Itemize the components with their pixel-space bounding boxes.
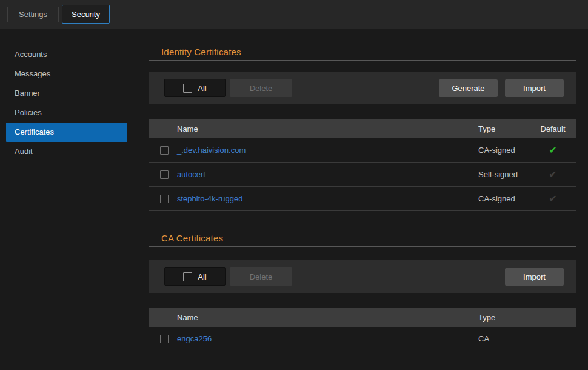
tab-security[interactable]: Security [62, 5, 110, 24]
sidebar-item-policies[interactable]: Policies [0, 103, 139, 123]
identity-toolbar: All Delete Generate Import [149, 72, 576, 104]
identity-certificates-title: Identity Certificates [149, 47, 576, 57]
sidebar-item-certificates[interactable]: Certificates [6, 123, 127, 142]
row-checkbox[interactable] [160, 170, 169, 179]
column-header-type: Type [478, 124, 536, 133]
table-header: Name Type [149, 308, 576, 327]
import-button[interactable]: Import [505, 268, 564, 286]
sidebar-item-accounts[interactable]: Accounts [0, 45, 139, 64]
row-checkbox[interactable] [160, 146, 169, 155]
row-checkbox[interactable] [160, 335, 169, 343]
certificates-panel: Identity Certificates All Delete Generat… [139, 29, 588, 369]
certificate-type: CA-signed [478, 146, 536, 155]
table-row: autocert Self-signed [149, 163, 576, 187]
column-header-default: Default [536, 124, 570, 133]
certificate-link[interactable]: _.dev.haivision.com [177, 146, 246, 155]
select-all-button[interactable]: All [164, 267, 226, 286]
tab-settings[interactable]: Settings [8, 5, 58, 24]
column-header-type: Type [478, 313, 570, 322]
section-divider [149, 60, 576, 61]
default-check-icon[interactable] [549, 193, 556, 204]
sidebar-item-banner[interactable]: Banner [0, 84, 139, 103]
topbar-divider [113, 7, 113, 22]
certificate-type: CA-signed [478, 194, 536, 203]
row-checkbox[interactable] [160, 195, 169, 203]
settings-sidebar: Accounts Messages Banner Policies Certif… [0, 29, 139, 369]
import-button[interactable]: Import [505, 79, 564, 97]
select-all-checkbox[interactable] [183, 272, 192, 281]
certificate-link[interactable]: stephito-4k-rugged [177, 194, 242, 203]
ca-certificates-table: Name Type engca256 CA [149, 308, 576, 351]
default-check-icon[interactable] [549, 145, 556, 155]
table-header: Name Type Default [149, 119, 576, 138]
table-row: stephito-4k-rugged CA-signed [149, 187, 576, 211]
generate-button[interactable]: Generate [439, 79, 498, 97]
column-header-name: Name [177, 124, 478, 133]
delete-button[interactable]: Delete [230, 79, 292, 97]
select-all-checkbox[interactable] [183, 84, 192, 93]
column-header-name: Name [177, 313, 478, 322]
select-all-button[interactable]: All [164, 79, 226, 97]
certificate-link[interactable]: engca256 [177, 334, 212, 343]
identity-certificates-table: Name Type Default _.dev.haivision.com CA… [149, 119, 576, 211]
sidebar-item-messages[interactable]: Messages [0, 64, 139, 84]
sidebar-item-audit[interactable]: Audit [0, 142, 139, 161]
ca-toolbar: All Delete Import [149, 260, 576, 293]
select-all-label: All [198, 84, 206, 93]
topbar-divider [58, 7, 59, 22]
certificate-type: CA [478, 334, 570, 343]
certificate-link[interactable]: autocert [177, 170, 205, 179]
table-row: _.dev.haivision.com CA-signed [149, 138, 576, 163]
default-check-icon[interactable] [549, 169, 556, 180]
page-content: Accounts Messages Banner Policies Certif… [0, 29, 588, 369]
delete-button[interactable]: Delete [230, 267, 292, 286]
section-divider [149, 246, 576, 247]
table-row: engca256 CA [149, 327, 576, 351]
select-all-label: All [198, 272, 206, 281]
certificate-type: Self-signed [478, 170, 536, 179]
top-navigation-bar: Settings Security [0, 0, 588, 29]
ca-certificates-title: CA Certificates [149, 233, 576, 243]
